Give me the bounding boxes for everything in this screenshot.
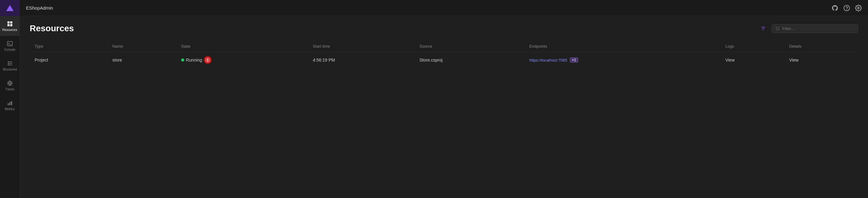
- logs-view-link[interactable]: View: [725, 58, 735, 62]
- metrics-icon: [7, 100, 13, 106]
- page-title: Resources: [30, 24, 74, 33]
- sidebar-console-label: Console: [4, 48, 16, 51]
- github-icon[interactable]: [832, 5, 838, 11]
- sidebar-structured-label: Structured: [2, 68, 17, 71]
- logo-triangle-icon: [6, 5, 13, 11]
- table-body: Project store Running 1 4:56:19 PM Store…: [30, 52, 858, 68]
- svg-rect-2: [7, 24, 9, 26]
- state-label: Running: [186, 58, 202, 62]
- structured-icon: [7, 60, 13, 66]
- col-source: Source: [414, 41, 524, 52]
- sidebar-metrics-label: Metrics: [5, 107, 14, 111]
- row-endpoints: https://localhost:7085 +1: [524, 52, 720, 68]
- console-icon: [7, 40, 13, 47]
- state-cell: Running 1: [181, 57, 303, 63]
- sidebar-item-metrics[interactable]: Metrics: [0, 95, 20, 115]
- topbar: EShopAdmin: [20, 0, 868, 16]
- col-endpoints: Endpoints: [524, 41, 720, 52]
- svg-rect-0: [7, 21, 9, 24]
- status-dot-icon: [181, 58, 184, 62]
- svg-line-20: [779, 29, 780, 30]
- col-name: Name: [107, 41, 176, 52]
- header-actions: [758, 24, 858, 33]
- notification-badge[interactable]: 1: [205, 57, 211, 63]
- row-start-time: 4:56:19 PM: [308, 52, 414, 68]
- svg-rect-1: [10, 21, 12, 24]
- search-icon: [776, 26, 780, 31]
- table-row: Project store Running 1 4:56:19 PM Store…: [30, 52, 858, 68]
- col-type: Type: [30, 41, 107, 52]
- col-details: Details: [784, 41, 858, 52]
- help-icon[interactable]: [843, 5, 850, 11]
- svg-point-6: [8, 63, 9, 64]
- row-logs: View: [720, 52, 784, 68]
- col-state: State: [176, 41, 308, 52]
- sidebar-item-structured[interactable]: Structured: [0, 56, 20, 76]
- svg-rect-3: [10, 24, 12, 26]
- svg-rect-11: [9, 102, 10, 105]
- row-state: Running 1: [176, 52, 308, 68]
- endpoints-cell: https://localhost:7085 +1: [529, 57, 715, 63]
- sidebar-resources-label: Resources: [2, 28, 17, 32]
- content-area: Resources: [20, 16, 868, 198]
- table-header: Type Name State Start time Source Endpoi…: [30, 41, 858, 52]
- col-logs: Logs: [720, 41, 784, 52]
- row-name: store: [107, 52, 176, 68]
- row-source: Store.csproj: [414, 52, 524, 68]
- svg-rect-10: [8, 103, 9, 105]
- svg-point-7: [8, 64, 9, 65]
- row-type: Project: [30, 52, 107, 68]
- endpoint-link[interactable]: https://localhost:7085: [529, 58, 567, 62]
- row-details: View: [784, 52, 858, 68]
- app-title: EShopAdmin: [26, 5, 53, 10]
- svg-rect-12: [11, 101, 12, 105]
- filter-input[interactable]: [782, 26, 854, 31]
- status-running: Running: [181, 58, 202, 62]
- settings-icon[interactable]: [855, 5, 862, 11]
- svg-point-9: [9, 82, 11, 84]
- topbar-icons: [832, 5, 862, 11]
- endpoint-plus-badge[interactable]: +1: [570, 57, 578, 63]
- col-start-time: Start time: [308, 41, 414, 52]
- main-content: EShopAdmin: [20, 0, 868, 198]
- page-header: Resources: [30, 24, 858, 33]
- sidebar-traces-label: Traces: [5, 88, 14, 91]
- sidebar-item-console[interactable]: Console: [0, 36, 20, 56]
- app-logo[interactable]: [0, 0, 20, 16]
- svg-point-5: [8, 61, 9, 62]
- svg-point-15: [858, 7, 859, 9]
- details-view-link[interactable]: View: [789, 58, 799, 62]
- filter-button[interactable]: [758, 24, 768, 33]
- sidebar-item-traces[interactable]: Traces: [0, 76, 20, 95]
- resources-table: Type Name State Start time Source Endpoi…: [30, 41, 858, 68]
- svg-rect-4: [7, 41, 12, 46]
- sidebar-item-resources[interactable]: Resources: [0, 16, 20, 36]
- sidebar: Resources Console Structured: [0, 0, 20, 198]
- traces-icon: [7, 80, 13, 86]
- svg-point-19: [776, 27, 779, 30]
- search-box: [772, 24, 858, 33]
- resources-icon: [7, 21, 13, 27]
